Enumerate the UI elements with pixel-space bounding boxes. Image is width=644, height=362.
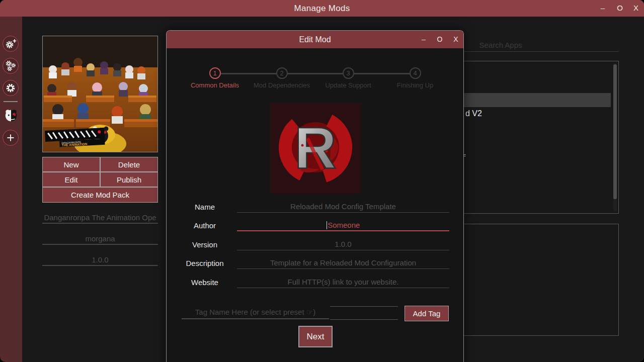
version-label: Version xyxy=(177,239,233,250)
step-3-number: 3 xyxy=(346,69,350,77)
step-2-circle: 2 xyxy=(276,67,288,79)
sidebar-add-app-button[interactable] xyxy=(3,130,19,146)
apps-list-scrollbar-thumb[interactable] xyxy=(613,64,617,199)
step-1-number: 1 xyxy=(213,69,216,77)
app-list-row[interactable]: d V2 xyxy=(465,109,482,118)
description-input[interactable]: Template for a Reloaded Mod Configuratio… xyxy=(237,257,449,269)
step-finishing-up: 4 Finishing Up xyxy=(382,67,448,89)
sidebar-divider xyxy=(4,101,18,102)
tag-preset-combobox[interactable] xyxy=(330,306,398,320)
step-3-label: Update Support xyxy=(315,81,381,89)
dialog-close-button[interactable]: X xyxy=(449,31,463,48)
step-3-circle: 3 xyxy=(343,67,354,79)
text-caret xyxy=(327,221,328,229)
reloaded-logo-image: R xyxy=(270,103,361,194)
author-input[interactable]: Someone xyxy=(237,220,449,231)
publish-mod-button[interactable]: Publish xyxy=(100,172,158,187)
author-value: Someone xyxy=(328,221,360,229)
website-input[interactable]: Full HTTP(s) link to your website. xyxy=(237,277,449,288)
mod-name-field[interactable]: Danganronpa The Animation Ope xyxy=(42,213,158,224)
step-2-label: Mod Dependencies xyxy=(249,81,314,89)
version-input[interactable]: 1.0.0 xyxy=(237,239,449,250)
website-label: Website xyxy=(177,277,233,288)
sidebar-add-mod-button[interactable] xyxy=(3,36,19,52)
window-close-button[interactable]: X xyxy=(628,0,643,17)
step-1-circle: 1 xyxy=(209,67,221,79)
step-mod-dependencies: 2 Mod Dependencies xyxy=(249,67,314,89)
sidebar-app-danganronpa[interactable] xyxy=(3,108,19,124)
step-4-label: Finishing Up xyxy=(382,81,448,89)
window-title: Manage Mods xyxy=(0,0,644,17)
step-4-number: 4 xyxy=(413,69,417,77)
mod-author-field[interactable]: morgana xyxy=(42,234,158,245)
next-button[interactable]: Next xyxy=(298,326,333,347)
sidebar-settings-button[interactable] xyxy=(3,80,19,96)
name-input[interactable]: Reloaded Mod Config Template xyxy=(237,201,449,213)
dialog-maximize-button[interactable]: O xyxy=(433,31,447,48)
step-4-circle: 4 xyxy=(410,67,421,79)
name-label: Name xyxy=(177,202,233,213)
step-1-label: Common Details xyxy=(182,81,248,89)
new-mod-button[interactable]: New xyxy=(42,157,100,172)
description-label: Description xyxy=(177,258,233,269)
delete-mod-button[interactable]: Delete xyxy=(100,157,158,172)
dialog-minimize-button[interactable]: – xyxy=(417,31,431,48)
app-window: Manage Mods – O X xyxy=(0,0,644,362)
plus-icon xyxy=(3,130,18,145)
window-titlebar: Manage Mods – O X xyxy=(0,0,644,17)
gear-plus-icon xyxy=(3,36,18,51)
window-minimize-button[interactable]: – xyxy=(595,0,610,17)
danganronpa-app-icon xyxy=(4,108,19,123)
svg-text:R: R xyxy=(294,116,337,181)
mod-preview-image: DANGANRONPA THE ANIMATION xyxy=(42,36,158,152)
sidebar-manage-mods-button[interactable] xyxy=(3,58,19,74)
dialog-titlebar: Edit Mod – O X xyxy=(167,31,463,48)
create-mod-pack-button[interactable]: Create Mod Pack xyxy=(42,187,158,203)
step-common-details: 1 Common Details xyxy=(182,67,248,89)
step-update-support: 3 Update Support xyxy=(315,67,381,89)
edit-mod-dialog: Edit Mod – O X 1 Common Details 2 Mod De… xyxy=(166,30,464,362)
gears-icon xyxy=(3,58,18,73)
mod-version-field[interactable]: 1.0.0 xyxy=(42,255,158,266)
danganronpa-classroom-image: DANGANRONPA THE ANIMATION xyxy=(43,36,157,152)
gear-icon xyxy=(3,80,18,96)
window-maximize-button[interactable]: O xyxy=(612,0,627,17)
mod-actions: New Delete Edit Publish Create Mod Pack xyxy=(42,157,158,202)
edit-mod-button[interactable]: Edit xyxy=(42,172,100,187)
sidebar xyxy=(0,17,22,362)
tag-name-input[interactable]: Tag Name Here (or select preset ☞) xyxy=(182,306,329,319)
step-2-number: 2 xyxy=(280,69,283,77)
add-tag-button[interactable]: Add Tag xyxy=(405,306,449,321)
mod-logo-image[interactable]: R xyxy=(270,103,361,194)
author-label: Author xyxy=(177,220,233,231)
